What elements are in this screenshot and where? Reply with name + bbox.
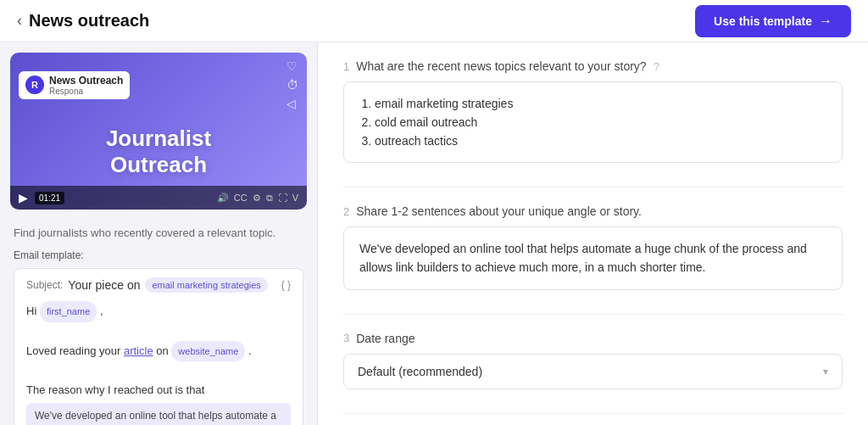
back-arrow-icon[interactable]: ‹ [17, 12, 22, 30]
use-template-button[interactable]: Use this template → [695, 5, 851, 37]
braces-icon: { } [281, 279, 291, 291]
page-title: News outreach [29, 11, 149, 31]
template-description: Find journalists who recently covered a … [0, 220, 317, 246]
question-1-block: 1 What are the recent news topics releva… [343, 59, 843, 163]
article-link[interactable]: article [124, 344, 153, 357]
subject-label: Subject: [26, 279, 63, 291]
header-left: ‹ News outreach [17, 11, 149, 31]
play-button[interactable]: ▶ [19, 191, 28, 204]
email-box: Subject: Your piece on email marketing s… [14, 268, 303, 425]
comma: , [100, 305, 103, 317]
date-range-dropdown[interactable]: Default (recommended) ▾ [343, 354, 843, 389]
reason-body-text: We've developed an online tool that help… [26, 403, 291, 425]
video-badge-title: News Outreach [49, 75, 123, 87]
header: ‹ News outreach Use this template → [0, 0, 868, 42]
bookmark-icon[interactable]: ◁ [287, 97, 298, 110]
hi-text: Hi [26, 305, 36, 317]
chevron-down-icon: ▾ [823, 366, 828, 377]
q1-answer-box: email marketing strategies cold email ou… [343, 81, 843, 163]
q2-text: Share 1-2 sentences about your unique an… [356, 204, 642, 218]
volume-icon[interactable]: 🔊 [217, 193, 229, 204]
q1-info-icon[interactable]: ? [654, 60, 659, 73]
cc-icon[interactable]: CC [234, 193, 248, 204]
fullscreen-icon[interactable]: ⛶ [278, 193, 287, 204]
use-template-label: Use this template [714, 14, 812, 28]
settings-icon[interactable]: ⚙ [253, 193, 261, 204]
video-controls: ▶ 01:21 🔊 CC ⚙ ⧉ ⛶ V [10, 186, 307, 210]
website-name-var: website_name [171, 341, 245, 362]
list-item: email marketing strategies [375, 94, 826, 113]
vimeo-icon[interactable]: V [292, 193, 298, 204]
respona-icon: R [25, 75, 44, 94]
arrow-icon: → [819, 14, 832, 29]
q2-answer-box: We've developed an online tool that help… [343, 226, 843, 290]
period: . [248, 344, 252, 357]
clock-icon[interactable]: ⏱ [287, 78, 298, 92]
divider-2 [343, 314, 843, 315]
first-name-var: first_name [40, 301, 97, 322]
subject-line: Subject: Your piece on email marketing s… [26, 277, 291, 293]
question-3-block: 3 Date range Default (recommended) ▾ [343, 332, 843, 389]
video-badge-sub: Respona [49, 87, 123, 96]
q1-list: email marketing strategies cold email ou… [359, 94, 826, 150]
question-1-header: 1 What are the recent news topics releva… [343, 59, 843, 73]
video-title: Journalist Outreach [10, 126, 307, 178]
question-2-block: 2 Share 1-2 sentences about your unique … [343, 204, 843, 290]
list-item: cold email outreach [375, 113, 826, 131]
video-badge: R News Outreach Respona [19, 71, 130, 99]
email-template-section: Email template: Subject: Your piece on e… [0, 246, 317, 425]
video-action-icons: ♡ ⏱ ◁ [287, 59, 298, 110]
reason-intro-text: The reason why I reached out is that [26, 383, 204, 396]
video-badge-info: News Outreach Respona [49, 75, 123, 96]
question-3-header: 3 Date range [343, 332, 843, 345]
q3-text: Date range [356, 332, 415, 345]
video-controls-right: 🔊 CC ⚙ ⧉ ⛶ V [217, 193, 298, 204]
main-layout: R News Outreach Respona ♡ ⏱ ◁ Journalist… [0, 42, 868, 425]
subject-tag-chip: email marketing strategies [145, 277, 267, 293]
video-time: 01:21 [35, 192, 64, 204]
pip-icon[interactable]: ⧉ [266, 193, 273, 204]
loved-reading-text: Loved reading your [26, 344, 120, 357]
email-template-label: Email template: [14, 249, 303, 261]
video-center-text: Journalist Outreach [10, 117, 307, 178]
divider-1 [343, 187, 843, 187]
left-panel: R News Outreach Respona ♡ ⏱ ◁ Journalist… [0, 42, 318, 425]
q1-text: What are the recent news topics relevant… [356, 59, 646, 73]
question-2-header: 2 Share 1-2 sentences about your unique … [343, 204, 843, 218]
list-item: outreach tactics [375, 131, 826, 150]
heart-icon[interactable]: ♡ [287, 59, 298, 73]
on-label: on [156, 344, 168, 357]
q1-number: 1 [343, 60, 349, 73]
video-top-bar: R News Outreach Respona ♡ ⏱ ◁ [10, 53, 307, 117]
email-body: Hi first_name , Loved reading your artic… [26, 301, 291, 425]
q3-number: 3 [343, 332, 349, 344]
video-container: R News Outreach Respona ♡ ⏱ ◁ Journalist… [10, 53, 307, 210]
divider-3 [343, 413, 843, 414]
q2-number: 2 [343, 205, 349, 218]
subject-text: Your piece on [68, 278, 140, 292]
right-panel: 1 What are the recent news topics releva… [318, 42, 868, 425]
date-range-value: Default (recommended) [358, 365, 482, 378]
